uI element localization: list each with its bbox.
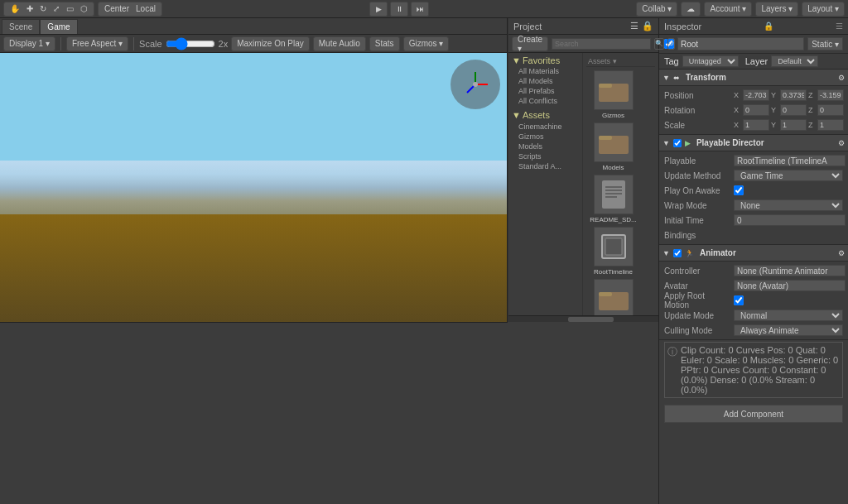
controller-label: Controller — [664, 266, 730, 276]
update-method-row: Update Method Game Time — [659, 168, 848, 183]
anim-options[interactable]: ⚙ — [838, 249, 845, 257]
project-lock-icon[interactable]: 🔒 — [642, 21, 653, 31]
project-menu-icon[interactable]: ☰ — [630, 21, 638, 31]
transform-header[interactable]: ▼ ⬌ Transform ⚙ — [659, 70, 848, 86]
culling-mode-row: Culling Mode Always Animate — [659, 323, 848, 338]
tree-models[interactable]: Models — [508, 142, 582, 151]
fav-models[interactable]: All Models — [508, 76, 582, 86]
rot-z-input[interactable] — [817, 104, 844, 116]
fav-materials[interactable]: All Materials — [508, 66, 582, 76]
fav-conflicts[interactable]: All Conflicts — [508, 96, 582, 106]
file-readme[interactable]: README_SD... — [586, 175, 640, 223]
rot-y-input[interactable] — [780, 104, 807, 116]
stats-btn[interactable]: Stats — [369, 36, 400, 51]
animator-header[interactable]: ▼ 🏃 Animator ⚙ — [659, 245, 848, 262]
apply-root-motion-checkbox[interactable] — [734, 295, 744, 305]
custom-tool-btn[interactable]: ⬡ — [78, 2, 90, 16]
initial-time-input[interactable] — [734, 214, 846, 226]
move-tool-btn[interactable]: ✚ — [24, 2, 36, 16]
pos-x-group: X — [734, 89, 769, 101]
maximize-btn[interactable]: Maximize On Play — [231, 36, 310, 51]
initial-time-label: Initial Time — [664, 216, 730, 225]
display-dropdown[interactable]: Display 1 ▾ — [3, 36, 55, 51]
extra-folder-icon — [594, 279, 634, 315]
tag-dropdown[interactable]: Untagged — [682, 55, 739, 67]
wrap-mode-dropdown[interactable]: None — [734, 199, 843, 211]
anim-checkbox[interactable] — [673, 249, 682, 257]
add-component-btn[interactable]: Add Component — [664, 405, 843, 423]
scale-y-input[interactable] — [780, 119, 807, 131]
step-btn[interactable]: ⏭ — [411, 2, 429, 17]
playable-director-header[interactable]: ▼ ▶ Playable Director ⚙ — [659, 135, 848, 151]
collab-btn[interactable]: Collab ▾ — [636, 2, 677, 17]
create-btn[interactable]: Create ▾ — [512, 36, 548, 51]
culling-mode-dropdown[interactable]: Always Animate — [734, 324, 843, 336]
scale-x-label: X — [734, 121, 742, 129]
pos-z-input[interactable] — [817, 89, 844, 101]
rot-x-input[interactable] — [743, 104, 769, 116]
tree-cinemachine[interactable]: Cinemachine — [508, 122, 582, 132]
toolbar-separator-2 — [133, 37, 134, 50]
inspector-more-icon[interactable]: ☰ — [836, 22, 843, 31]
avatar-input[interactable] — [734, 280, 846, 291]
mute-btn[interactable]: Mute Audio — [313, 36, 366, 51]
file-extra[interactable]: Folder... — [586, 279, 640, 315]
assets-files-label: Assets ▾ — [586, 56, 655, 67]
rect-tool-btn[interactable]: ▭ — [64, 2, 76, 16]
fav-prefabs[interactable]: All Prefabs — [508, 86, 582, 96]
local-btn[interactable]: Local — [133, 2, 158, 16]
scene-tab[interactable]: Scene — [2, 19, 40, 34]
file-roottimeline[interactable]: RootTimeline — [586, 227, 640, 276]
rot-y-label: Y — [771, 106, 779, 114]
playable-input[interactable] — [734, 155, 846, 166]
layout-btn[interactable]: Layout ▾ — [802, 2, 845, 17]
models-label: Models — [603, 164, 624, 171]
search-btn[interactable]: 🔍 — [654, 38, 664, 50]
play-on-awake-row: Play On Awake — [659, 183, 848, 198]
svg-rect-17 — [599, 292, 612, 296]
aspect-dropdown[interactable]: Free Aspect ▾ — [66, 36, 128, 51]
file-gizmos[interactable]: Gizmos — [586, 70, 640, 119]
project-header: Project ☰ 🔒 — [508, 18, 658, 35]
pos-x-input[interactable] — [743, 89, 769, 101]
tree-standard[interactable]: Standard A... — [508, 161, 582, 171]
controller-input[interactable] — [734, 265, 846, 276]
pd-arrow: ▼ — [662, 139, 670, 147]
layers-btn[interactable]: Layers ▾ — [755, 2, 798, 17]
gizmos-folder-icon — [594, 70, 634, 110]
project-scrollbar[interactable] — [508, 315, 658, 322]
anim-icon: 🏃 — [685, 249, 694, 257]
game-tab[interactable]: Game — [40, 19, 77, 34]
scale-z-input[interactable] — [817, 119, 844, 131]
inspector-lock-icon[interactable]: 🔒 — [764, 22, 773, 31]
center-btn[interactable]: Center — [102, 2, 132, 16]
update-method-dropdown[interactable]: Game Time — [734, 170, 843, 181]
object-name-input[interactable] — [677, 37, 804, 50]
tree-scripts[interactable]: Scripts — [508, 151, 582, 161]
transform-options[interactable]: ⚙ — [838, 74, 845, 82]
project-options-btn[interactable]: ⚙ — [667, 38, 675, 50]
rotate-tool-btn[interactable]: ↻ — [37, 2, 49, 16]
pause-btn[interactable]: ⏸ — [390, 2, 408, 17]
update-mode-dropdown[interactable]: Normal — [734, 310, 843, 321]
account-btn[interactable]: Account ▾ — [704, 2, 752, 17]
gizmos-btn[interactable]: Gizmos ▾ — [403, 36, 450, 51]
scale-x-group: X — [734, 119, 769, 131]
scale-tool-btn[interactable]: ⤢ — [51, 2, 62, 16]
scale-slider[interactable] — [166, 37, 215, 50]
static-btn[interactable]: Static ▾ — [807, 37, 843, 50]
play-btn[interactable]: ▶ — [369, 2, 388, 17]
pd-checkbox[interactable] — [673, 139, 682, 147]
tree-gizmos[interactable]: Gizmos — [508, 132, 582, 142]
cloud-btn[interactable]: ☁ — [681, 2, 701, 17]
update-method-label: Update Method — [664, 171, 730, 180]
pd-icon: ▶ — [685, 139, 691, 147]
hand-tool-btn[interactable]: ✋ — [7, 2, 22, 16]
play-on-awake-checkbox[interactable] — [734, 185, 744, 195]
pd-options[interactable]: ⚙ — [838, 139, 845, 147]
project-search-input[interactable] — [552, 38, 651, 50]
scale-x-input[interactable] — [743, 119, 769, 131]
layer-dropdown[interactable]: Default — [771, 55, 818, 67]
file-models[interactable]: Models — [586, 122, 640, 171]
pos-y-input[interactable] — [780, 89, 807, 101]
